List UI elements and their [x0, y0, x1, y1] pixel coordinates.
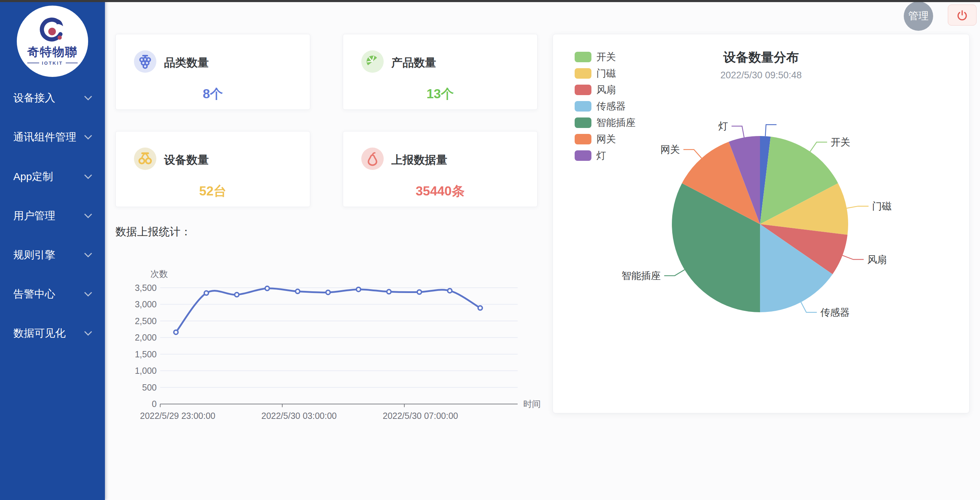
stat-card-title: 品类数量	[164, 55, 209, 71]
line-data-point[interactable]	[417, 290, 422, 294]
line-chart-section-title: 数据上报统计：	[115, 224, 191, 239]
sidebar-item-comm-components[interactable]: 通讯组件管理	[0, 126, 105, 148]
y-tick-label: 0	[152, 399, 157, 409]
chevron-down-icon	[84, 95, 92, 100]
data-report-line-chart: 05001,0001,5002,0002,5003,0003,5002022/5…	[133, 262, 546, 430]
line-data-point[interactable]	[174, 330, 178, 334]
sidebar-item-rule-engine[interactable]: 规则引擎	[0, 244, 105, 266]
line-data-point[interactable]	[204, 291, 208, 295]
x-tick-label: 2022/5/29 23:00:00	[140, 411, 215, 421]
avatar-label: 管理	[908, 9, 929, 23]
power-icon	[956, 9, 969, 21]
sidebar-item-label: 通讯组件管理	[13, 130, 76, 144]
line-data-point[interactable]	[448, 289, 452, 293]
stat-card-products: 产品数量 13个	[343, 34, 538, 110]
logout-button[interactable]	[948, 5, 977, 25]
sidebar-item-data-visibility[interactable]: 数据可见化	[0, 322, 105, 344]
pie-callout-line	[847, 206, 869, 208]
pie-slice-label: 开关	[830, 137, 850, 148]
sidebar-item-label: 设备接入	[13, 91, 55, 105]
device-distribution-pie-chart: 开关门磁风扇传感器智能插座网关灯	[553, 34, 969, 413]
pie-slice-label: 网关	[660, 144, 680, 155]
stat-card-value: 52台	[116, 183, 310, 200]
y-tick-label: 1,500	[135, 349, 157, 359]
x-tick-label: 2022/5/30 03:00:00	[261, 411, 336, 421]
sidebar-item-user-mgmt[interactable]: 用户管理	[0, 205, 105, 227]
device-distribution-panel: 设备数量分布 2022/5/30 09:50:48 开关 门磁 风扇 传感器 智…	[553, 34, 969, 413]
pie-slice-label: 风扇	[867, 254, 887, 265]
stat-card-reported-data: 上报数据量 35440条	[343, 131, 538, 207]
pie-slice-label: 灯	[718, 121, 728, 132]
lemon-icon	[361, 50, 384, 73]
sidebar-item-label: 用户管理	[13, 209, 55, 223]
x-axis-title: 时间	[523, 399, 541, 409]
cherries-icon	[134, 148, 156, 170]
line-data-point[interactable]	[387, 289, 391, 294]
y-tick-label: 3,000	[135, 299, 157, 309]
pie-callout-line	[683, 150, 702, 159]
pie-slice-label: 传感器	[820, 307, 850, 318]
stat-card-value: 13个	[343, 85, 537, 103]
pear-icon	[361, 148, 384, 170]
stat-card-title: 产品数量	[391, 55, 436, 71]
y-tick-label: 3,500	[135, 283, 157, 293]
y-tick-label: 1,000	[135, 366, 157, 376]
pie-slice-label: 门磁	[872, 201, 891, 211]
x-tick-label: 2022/5/30 07:00:00	[383, 411, 458, 421]
line-data-point[interactable]	[265, 286, 269, 290]
line-data-point[interactable]	[478, 306, 482, 310]
pie-callout-line	[843, 255, 864, 259]
y-axis-title: 次数	[150, 269, 168, 279]
brand-name: 奇特物聯	[27, 46, 78, 58]
chevron-down-icon	[84, 331, 92, 336]
stat-card-categories: 品类数量 8个	[115, 34, 310, 110]
pie-callout-line	[765, 125, 776, 137]
chevron-down-icon	[84, 135, 92, 140]
brand-logo-icon	[39, 17, 66, 44]
y-tick-label: 2,500	[135, 316, 157, 326]
line-data-point[interactable]	[296, 289, 300, 294]
line-data-point[interactable]	[326, 290, 330, 294]
brand-subtitle-text: IOTKIT	[42, 60, 63, 66]
pie-callout-line	[664, 270, 684, 276]
pie-callout-line	[810, 142, 827, 151]
grapes-icon	[134, 50, 156, 73]
rule-left	[27, 63, 39, 63]
stat-card-title: 上报数据量	[391, 152, 447, 168]
chevron-down-icon	[84, 174, 92, 179]
chevron-down-icon	[84, 292, 92, 297]
sidebar-item-alert-center[interactable]: 告警中心	[0, 283, 105, 305]
line-data-point[interactable]	[235, 293, 239, 297]
pie-slice-label: 智能插座	[622, 270, 661, 281]
stat-card-devices: 设备数量 52台	[115, 131, 310, 207]
sidebar-item-app-custom[interactable]: App定制	[0, 165, 105, 188]
sidebar-item-label: 告警中心	[13, 287, 55, 302]
pie-callout-line	[801, 302, 817, 312]
window-top-strip	[0, 0, 980, 2]
user-avatar[interactable]: 管理	[904, 2, 933, 31]
chevron-down-icon	[84, 213, 92, 218]
y-tick-label: 500	[142, 383, 157, 392]
y-tick-label: 2,000	[135, 333, 157, 342]
line-data-point[interactable]	[356, 287, 361, 292]
stat-card-title: 设备数量	[164, 152, 209, 168]
sidebar: 奇特物聯 IOTKIT 设备接入 通讯组件管理 App定制 用户管理 规则引擎 …	[0, 0, 105, 500]
brand-subtitle: IOTKIT	[27, 60, 78, 66]
sidebar-item-label: 数据可见化	[13, 326, 66, 341]
chevron-down-icon	[84, 252, 92, 257]
stat-card-value: 8个	[116, 85, 310, 103]
sidebar-item-label: 规则引擎	[13, 248, 55, 262]
pie-callout-line	[732, 126, 744, 137]
sidebar-item-label: App定制	[13, 170, 53, 184]
stat-card-value: 35440条	[343, 183, 537, 200]
rule-right	[66, 63, 78, 63]
brand-logo: 奇特物聯 IOTKIT	[17, 6, 88, 77]
sidebar-item-device-access[interactable]: 设备接入	[0, 87, 105, 109]
